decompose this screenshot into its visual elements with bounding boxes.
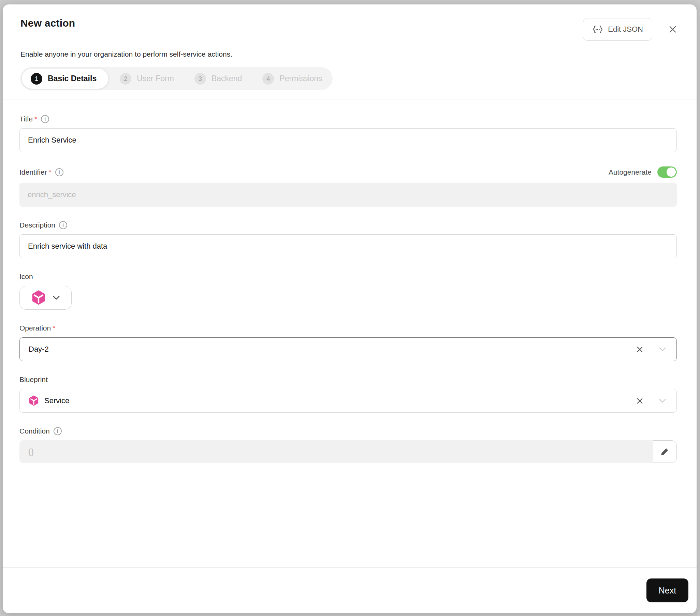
step-label: Permissions	[279, 74, 322, 83]
edit-json-label: Edit JSON	[608, 25, 643, 34]
condition-edit-button[interactable]	[653, 440, 677, 463]
description-field-row: Description i	[20, 221, 677, 258]
modal-subtitle: Enable anyone in your organization to pe…	[21, 50, 679, 58]
step-label: User Form	[137, 74, 174, 83]
next-button[interactable]: Next	[647, 578, 688, 602]
chevron-down-icon[interactable]	[657, 397, 667, 404]
modal-footer: Next	[3, 567, 697, 613]
form-content: Title * i Identifier * i Autogenerate	[3, 100, 697, 567]
title-field-row: Title * i	[20, 115, 677, 152]
autogenerate-label: Autogenerate	[609, 168, 652, 176]
icon-field-row: Icon	[20, 273, 677, 310]
condition-field-row: Condition i {}	[20, 427, 677, 463]
info-icon: i	[59, 221, 67, 229]
condition-input: {}	[20, 440, 653, 463]
page-title: New action	[21, 17, 75, 29]
blueprint-value: Service	[44, 396, 69, 405]
identifier-field-row: Identifier * i Autogenerate	[20, 166, 677, 207]
step-number-badge: 2	[120, 73, 131, 85]
close-icon	[668, 25, 677, 34]
step-user-form[interactable]: 2 User Form	[110, 68, 184, 89]
info-icon: i	[53, 427, 62, 435]
wizard-stepper: 1 Basic Details 2 User Form 3 Backend 4 …	[21, 67, 333, 90]
cube-icon	[29, 395, 39, 406]
identifier-label: Identifier	[20, 168, 47, 176]
step-label: Backend	[212, 74, 242, 83]
edit-json-button[interactable]: Edit JSON	[583, 18, 652, 41]
condition-placeholder: {}	[28, 447, 34, 456]
new-action-modal: New action Edit JSON	[3, 4, 697, 613]
pencil-icon	[660, 447, 670, 457]
icon-label: Icon	[20, 273, 33, 281]
step-label: Basic Details	[48, 74, 97, 83]
description-input[interactable]	[20, 234, 677, 258]
required-asterisk: *	[52, 324, 55, 332]
blueprint-field-row: Blueprint Service	[20, 376, 677, 413]
blueprint-label: Blueprint	[20, 376, 48, 384]
description-label: Description	[20, 221, 55, 229]
modal-header: New action Edit JSON	[3, 4, 697, 100]
chevron-down-icon	[52, 296, 60, 300]
chevron-down-icon[interactable]	[657, 345, 667, 353]
icon-picker-button[interactable]	[20, 286, 72, 310]
operation-field-row: Operation * Day-2	[20, 324, 677, 361]
condition-label: Condition	[20, 427, 50, 435]
operation-label: Operation	[20, 324, 51, 332]
toggle-knob	[666, 167, 676, 177]
info-icon: i	[41, 115, 49, 123]
title-input[interactable]	[20, 128, 677, 152]
step-number-badge: 3	[195, 73, 206, 85]
operation-value: Day-2	[29, 345, 49, 354]
step-backend[interactable]: 3 Backend	[184, 68, 252, 89]
info-icon: i	[55, 168, 63, 176]
operation-select[interactable]: Day-2	[20, 337, 677, 361]
clear-icon[interactable]	[635, 396, 645, 406]
blueprint-select[interactable]: Service	[20, 389, 677, 413]
identifier-input	[20, 183, 677, 207]
required-asterisk: *	[49, 168, 51, 176]
step-permissions[interactable]: 4 Permissions	[252, 68, 332, 89]
clear-icon[interactable]	[635, 344, 645, 355]
required-asterisk: *	[35, 115, 37, 123]
close-button[interactable]	[666, 23, 679, 36]
code-braces-icon	[592, 25, 603, 34]
autogenerate-toggle[interactable]	[657, 166, 677, 178]
cube-icon	[32, 290, 46, 305]
step-number-badge: 1	[31, 73, 42, 85]
title-label: Title	[20, 115, 33, 123]
step-basic-details[interactable]: 1 Basic Details	[22, 68, 108, 89]
step-number-badge: 4	[262, 73, 274, 85]
